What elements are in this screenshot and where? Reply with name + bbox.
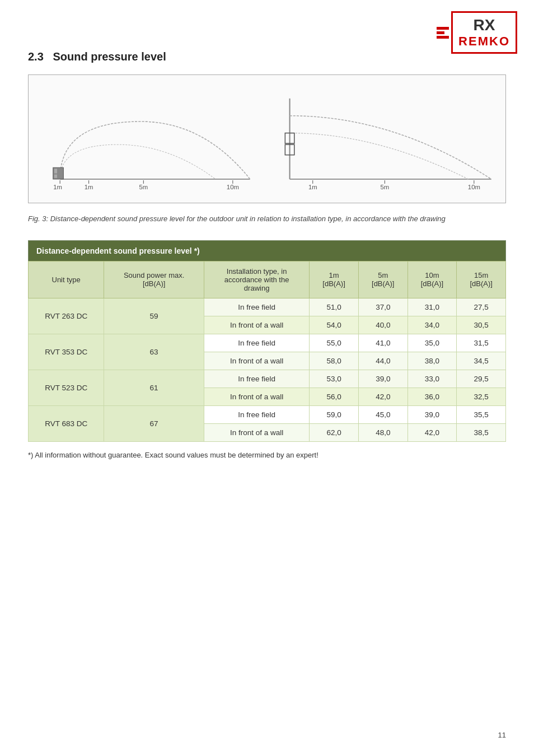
v1-5m: 41,0 (358, 334, 407, 352)
col-15m: 15m[dB(A)] (457, 261, 506, 298)
power-cell: 61 (104, 370, 204, 405)
v1-5m: 37,0 (358, 298, 407, 316)
install-cell: In free field (204, 405, 309, 423)
logo-stripe-2 (437, 31, 444, 34)
diagram-left-svg: 1m 1m 5m 10m (37, 86, 256, 197)
install-cell: In front of a wall (204, 423, 309, 441)
page-number: 11 (498, 731, 506, 739)
v1-5m: 39,0 (358, 370, 407, 388)
table-heading: Distance-dependent sound pressure level … (29, 240, 506, 261)
power-cell: 67 (104, 405, 204, 441)
v2-10m: 42,0 (407, 423, 457, 441)
install-cell: In free field (204, 298, 309, 316)
logo-brand: REMKO (458, 34, 510, 49)
col-10m: 10m[dB(A)] (407, 261, 457, 298)
v2-5m: 44,0 (358, 352, 407, 370)
install-cell: In front of a wall (204, 352, 309, 370)
col-installation: Installation type, inaccordance with the… (204, 261, 309, 298)
col-5m: 5m[dB(A)] (358, 261, 407, 298)
unit-cell: RVT 523 DC (29, 370, 104, 405)
table-footnote: *) All information without guarantee. Ex… (28, 450, 506, 461)
diagram-box: 1m 1m 5m 10m 1m 5m (28, 74, 506, 203)
power-cell: 59 (104, 298, 204, 334)
table-main-header: Distance-dependent sound pressure level … (29, 240, 506, 261)
logo-box: RX REMKO (451, 11, 517, 54)
v2-15m: 38,5 (457, 423, 506, 441)
v2-10m: 34,0 (407, 316, 457, 334)
col-unit-type: Unit type (29, 261, 104, 298)
logo-rx: RX (474, 16, 495, 34)
svg-text:10m: 10m (468, 184, 480, 190)
table-row: RVT 263 DC 59 In free field 51,0 37,0 31… (29, 298, 506, 316)
v1-15m: 29,5 (457, 370, 506, 388)
diagram-right-svg: 1m 5m 10m (278, 86, 497, 197)
svg-text:5m: 5m (381, 184, 390, 190)
table-row: RVT 523 DC 61 In free field 53,0 39,0 33… (29, 370, 506, 388)
v2-5m: 40,0 (358, 316, 407, 334)
v1-15m: 27,5 (457, 298, 506, 316)
svg-rect-3 (54, 175, 57, 178)
table-body: RVT 263 DC 59 In free field 51,0 37,0 31… (29, 298, 506, 441)
v2-15m: 30,5 (457, 316, 506, 334)
unit-cell: RVT 683 DC (29, 405, 104, 441)
svg-text:10m: 10m (227, 184, 239, 190)
svg-text:1m: 1m (53, 184, 62, 190)
v2-1m: 54,0 (310, 316, 359, 334)
v2-1m: 62,0 (310, 423, 359, 441)
v2-5m: 42,0 (358, 388, 407, 405)
unit-cell: RVT 263 DC (29, 298, 104, 334)
v1-15m: 31,5 (457, 334, 506, 352)
v1-1m: 51,0 (310, 298, 359, 316)
col-1m: 1m[dB(A)] (310, 261, 359, 298)
v1-15m: 35,5 (457, 405, 506, 423)
svg-text:1m: 1m (308, 184, 317, 190)
figure-caption: Fig. 3: Distance-dependent sound pressur… (28, 213, 506, 225)
v1-1m: 53,0 (310, 370, 359, 388)
v1-1m: 55,0 (310, 334, 359, 352)
v1-1m: 59,0 (310, 405, 359, 423)
logo-stripes (437, 27, 449, 39)
logo: RX REMKO (437, 11, 517, 54)
table-col-headers: Unit type Sound power max.[dB(A)] Instal… (29, 261, 506, 298)
table-row: RVT 683 DC 67 In free field 59,0 45,0 39… (29, 405, 506, 423)
col-sound-power: Sound power max.[dB(A)] (104, 261, 204, 298)
v2-5m: 48,0 (358, 423, 407, 441)
logo-stripe-3 (437, 36, 449, 39)
diagram-right: 1m 5m 10m (278, 86, 497, 197)
section-heading: 2.3 Sound pressure level (28, 50, 506, 63)
v1-10m: 33,0 (407, 370, 457, 388)
unit-cell: RVT 353 DC (29, 334, 104, 370)
v2-1m: 56,0 (310, 388, 359, 405)
v2-15m: 32,5 (457, 388, 506, 405)
install-cell: In front of a wall (204, 388, 309, 405)
v2-15m: 34,5 (457, 352, 506, 370)
v2-1m: 58,0 (310, 352, 359, 370)
svg-text:1m: 1m (85, 184, 93, 190)
section-number: 2.3 (28, 50, 44, 63)
table-row: RVT 353 DC 63 In free field 55,0 41,0 35… (29, 334, 506, 352)
svg-rect-2 (54, 169, 57, 173)
diagram-left: 1m 1m 5m 10m (37, 86, 256, 197)
install-cell: In front of a wall (204, 316, 309, 334)
install-cell: In free field (204, 370, 309, 388)
install-cell: In free field (204, 334, 309, 352)
section-title: Sound pressure level (53, 50, 166, 63)
sound-pressure-table: Distance-dependent sound pressure level … (28, 240, 506, 442)
v2-10m: 38,0 (407, 352, 457, 370)
v1-10m: 35,0 (407, 334, 457, 352)
v1-10m: 31,0 (407, 298, 457, 316)
v1-10m: 39,0 (407, 405, 457, 423)
v1-5m: 45,0 (358, 405, 407, 423)
logo-stripe-1 (437, 27, 449, 30)
v2-10m: 36,0 (407, 388, 457, 405)
svg-text:5m: 5m (139, 184, 148, 190)
power-cell: 63 (104, 334, 204, 370)
